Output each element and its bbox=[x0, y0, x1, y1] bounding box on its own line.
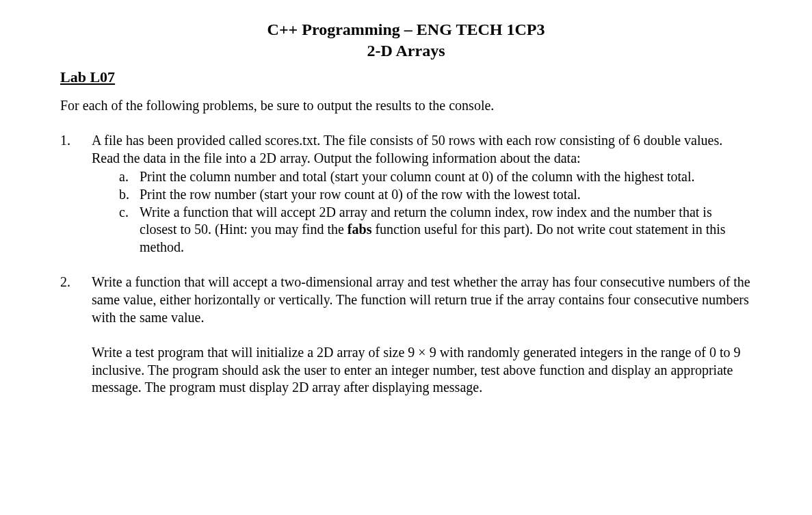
problem-2-number: 2. bbox=[60, 274, 92, 397]
subitem-c-bold: fabs bbox=[348, 222, 372, 237]
subitem-b-text: Print the row number (start your row cou… bbox=[140, 186, 752, 204]
subitem-a: a. Print the column number and total (st… bbox=[92, 168, 752, 186]
problem-2-body: Write a function that will accept a two-… bbox=[92, 274, 752, 397]
subitem-b-marker: b. bbox=[119, 186, 140, 204]
problem-2-para2: Write a test program that will initializ… bbox=[92, 344, 752, 397]
subitem-a-marker: a. bbox=[119, 168, 140, 186]
subitem-c: c. Write a function that will accept 2D … bbox=[92, 204, 752, 256]
problem-1-number: 1. bbox=[60, 132, 92, 256]
problem-1-subitems: a. Print the column number and total (st… bbox=[92, 168, 752, 256]
intro-text: For each of the following problems, be s… bbox=[60, 97, 752, 115]
subitem-c-marker: c. bbox=[119, 204, 140, 256]
problem-2: 2. Write a function that will accept a t… bbox=[60, 274, 752, 397]
problem-1-body: A file has been provided called scores.t… bbox=[92, 132, 752, 256]
problem-1-text: A file has been provided called scores.t… bbox=[92, 133, 722, 166]
document-title: C++ Programming – ENG TECH 1CP3 2-D Arra… bbox=[60, 19, 752, 61]
problem-2-para1: Write a function that will accept a two-… bbox=[92, 274, 752, 326]
title-line-2: 2-D Arrays bbox=[60, 40, 752, 62]
lab-heading: Lab L07 bbox=[60, 68, 752, 87]
subitem-c-text: Write a function that will accept 2D arr… bbox=[140, 204, 752, 256]
subitem-a-text: Print the column number and total (start… bbox=[140, 168, 752, 186]
problem-1: 1. A file has been provided called score… bbox=[60, 132, 752, 256]
title-line-1: C++ Programming – ENG TECH 1CP3 bbox=[60, 19, 752, 40]
subitem-b: b. Print the row number (start your row … bbox=[92, 186, 752, 204]
